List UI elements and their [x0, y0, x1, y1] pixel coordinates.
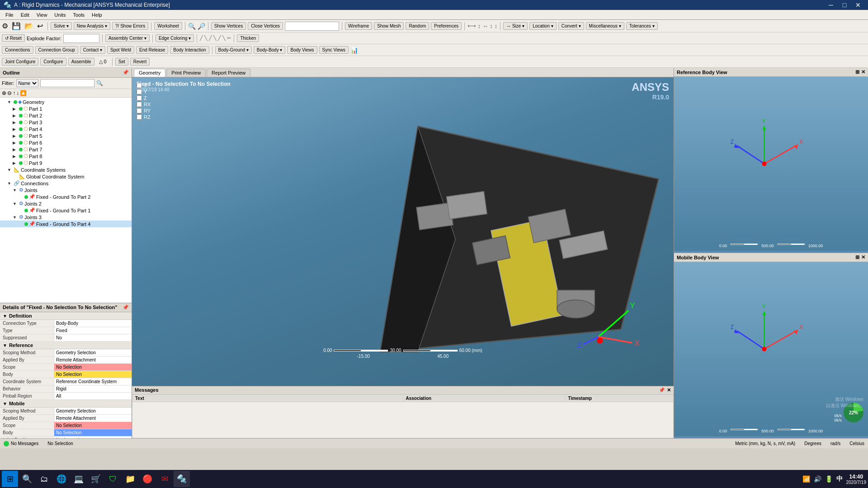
tree-nav-icon4[interactable]: ↓ [16, 90, 19, 96]
store-button[interactable]: 🛒 [88, 471, 104, 487]
cb-y[interactable] [137, 89, 142, 94]
location-button[interactable]: Location ▾ [529, 22, 557, 30]
explode-input[interactable] [63, 34, 99, 43]
tree-item-fixed-part1[interactable]: ▶ 📌 Fixed - Ground To Part 1 [0, 207, 132, 214]
tree-item-part9[interactable]: ▶ ⬡ Part 9 [0, 160, 132, 166]
menu-file[interactable]: File [2, 11, 17, 19]
tolerances-button[interactable]: Tolerances ▾ [626, 22, 658, 30]
expand-part3[interactable]: ▶ [13, 120, 18, 125]
scale-input[interactable]: 0.14 (Auto Scale) [285, 22, 339, 31]
mob-view-expand[interactable]: ⊞ [855, 254, 859, 260]
mob-view-close[interactable]: ✕ [861, 254, 865, 260]
size-button[interactable]: ↔ Size ▾ [503, 22, 528, 30]
joint-configure-button[interactable]: Joint Configure [2, 58, 38, 66]
explorer-button[interactable]: 📁 [122, 471, 138, 487]
expand-part6[interactable]: ▶ [13, 141, 18, 145]
tray-volume[interactable]: 🔊 [814, 475, 821, 483]
thicken-button[interactable]: Thicken [237, 34, 259, 42]
definition-toggle[interactable]: ▼ [3, 314, 7, 319]
tree-item-part6[interactable]: ▶ ⬡ Part 6 [0, 139, 132, 146]
tree-item-coord[interactable]: ▼ 📐 Coordinate Systems [0, 166, 132, 173]
tree-item-fixed-part4[interactable]: ▶ 📌 Fixed - Ground To Part 4 [0, 221, 132, 227]
expand-connections[interactable]: ▼ [7, 181, 13, 186]
tree-item-part1[interactable]: ▶ ⬡ Part 1 [0, 105, 132, 112]
assembly-center-button[interactable]: Assembly Center ▾ [105, 34, 150, 42]
revert-button[interactable]: Revert [130, 58, 150, 66]
cb-rz[interactable] [137, 114, 142, 120]
set-button[interactable]: Set [115, 58, 128, 66]
tree-item-global-coord[interactable]: ▶ 📐 Global Coordinate System [0, 173, 132, 180]
tree-item-part2[interactable]: ▶ ⬡ Part 2 [0, 112, 132, 119]
tree-item-joints2[interactable]: ▼ ⚙ Joints 2 [0, 200, 132, 207]
cb-z[interactable] [137, 95, 142, 101]
tab-report-preview[interactable]: Report Preview [207, 69, 250, 77]
body-views-button[interactable]: Body Views [287, 46, 317, 54]
tree-nav-icon2[interactable]: ⊖ [7, 90, 12, 96]
tree-item-geometry[interactable]: ▼ ◆ Geometry [0, 99, 132, 105]
ref-view-expand[interactable]: ⊞ [855, 69, 859, 75]
tree-nav-icon3[interactable]: ↑ [13, 90, 15, 96]
expand-part1[interactable]: ▶ [13, 107, 18, 111]
spot-weld-button[interactable]: Spot Weld [107, 46, 134, 54]
edge-button[interactable]: 🌐 [53, 471, 70, 487]
messages-close[interactable]: ✕ [667, 387, 671, 393]
configure-button[interactable]: Configure [40, 58, 66, 66]
menu-view[interactable]: View [33, 11, 51, 19]
reference-toggle[interactable]: ▼ [3, 343, 7, 348]
expand-part9[interactable]: ▶ [13, 161, 18, 165]
menu-help[interactable]: Help [88, 11, 106, 19]
tree-item-joints3[interactable]: ▼ ⚙ Joints 3 [0, 214, 132, 221]
connection-group-button[interactable]: Connection Group [35, 46, 78, 54]
tree-item-part7[interactable]: ▶ ⬡ Part 7 [0, 146, 132, 153]
tree-item-joints[interactable]: ▼ ⚙ Joints [0, 187, 132, 193]
close-button[interactable]: ✕ [852, 0, 864, 10]
convert-button[interactable]: Convert ▾ [558, 22, 584, 30]
expand-part8[interactable]: ▶ [13, 154, 18, 159]
ref-view-close[interactable]: ✕ [861, 69, 865, 75]
expand-part7[interactable]: ▶ [13, 147, 18, 152]
tree-item-part3[interactable]: ▶ ⬡ Part 3 [0, 119, 132, 126]
expand-part4[interactable]: ▶ [13, 127, 18, 131]
worksheet-button[interactable]: Worksheet [154, 22, 182, 30]
expand-geometry[interactable]: ▼ [7, 100, 13, 104]
expand-joints3[interactable]: ▼ [13, 215, 18, 220]
minimize-button[interactable]: ─ [825, 0, 837, 10]
security-button[interactable]: 🛡 [105, 471, 121, 487]
body-body-button[interactable]: Body-Body ▾ [254, 46, 286, 54]
preferences-button[interactable]: Preferences [431, 22, 462, 30]
expand-coord[interactable]: ▼ [7, 168, 13, 172]
messages-pin[interactable]: 📌 [659, 387, 665, 393]
edge-coloring-button[interactable]: Edge Coloring ▾ [156, 34, 194, 42]
expand-part5[interactable]: ▶ [13, 134, 18, 138]
tree-item-connections[interactable]: ▼ 🔗 Connections [0, 180, 132, 187]
expand-joints2[interactable]: ▼ [13, 202, 18, 206]
tray-network[interactable]: 📶 [802, 475, 810, 483]
menu-units[interactable]: Units [51, 11, 69, 19]
misc-button[interactable]: Miscellaneous ▾ [586, 22, 624, 30]
cb-ry[interactable] [137, 108, 142, 113]
tree-item-part5[interactable]: ▶ ⬡ Part 5 [0, 132, 132, 139]
app-red[interactable]: 🔴 [139, 471, 156, 487]
filter-input[interactable] [40, 79, 94, 87]
new-analysis-button[interactable]: New Analysis ▾ [74, 22, 110, 30]
expand-part2[interactable]: ▶ [13, 113, 18, 118]
show-mesh-button[interactable]: Show Mesh [374, 22, 404, 30]
reset-button[interactable]: ↺ Reset [2, 34, 25, 42]
tree-nav-icon1[interactable]: ⊕ [2, 90, 6, 96]
random-button[interactable]: Random [406, 22, 429, 30]
tree-item-fixed-part2[interactable]: ▶ 📌 Fixed - Ground To Part 2 [0, 193, 132, 200]
show-vertices-button[interactable]: Show Vertices [211, 22, 246, 30]
tree-nav-icon5[interactable]: 🔼 [20, 90, 27, 96]
close-vertices-button[interactable]: Close Vertices [248, 22, 283, 30]
cb-rx[interactable] [137, 102, 142, 107]
expand-joints[interactable]: ▼ [13, 188, 18, 192]
mobile-toggle[interactable]: ▼ [3, 401, 7, 406]
viewport[interactable]: Fixed - No Selection To No Selection 202… [132, 77, 674, 386]
start-button[interactable]: ⊞ [2, 471, 18, 487]
cb-x[interactable] [137, 83, 142, 88]
ansys-taskbar[interactable]: 🔩 [174, 471, 190, 487]
menu-tools[interactable]: Tools [69, 11, 88, 19]
mail-button[interactable]: ✉ [156, 471, 173, 487]
sync-views-button[interactable]: Sync Views [319, 46, 349, 54]
wireframe-button[interactable]: Wireframe [345, 22, 372, 30]
